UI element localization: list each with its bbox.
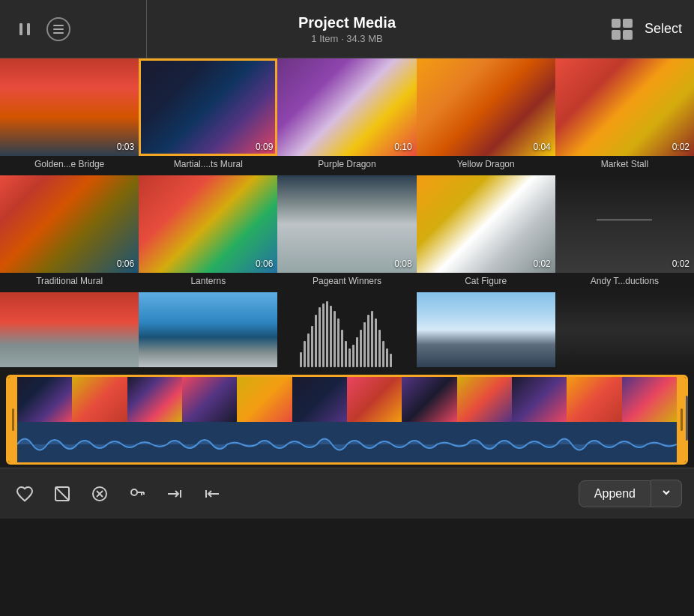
duration-badge: 0:04 xyxy=(533,142,550,152)
media-item-pageant-winners[interactable]: 0:08 Pageant Winners xyxy=(277,175,416,292)
svg-rect-12 xyxy=(337,318,340,367)
media-item-dark[interactable] xyxy=(555,292,694,367)
media-label: Golden...e Bridge xyxy=(0,156,139,175)
media-thumbnail: 0:08 xyxy=(277,175,416,273)
clip-button[interactable] xyxy=(124,481,150,507)
timeline-frame xyxy=(622,377,677,422)
start-trim-icon xyxy=(203,485,221,503)
media-label: Traditional Mural xyxy=(0,273,139,292)
timeline-area xyxy=(0,369,694,468)
duration-badge: 0:10 xyxy=(394,142,411,152)
favorite-button[interactable] xyxy=(12,481,37,507)
svg-rect-13 xyxy=(341,330,343,367)
media-item-aerial[interactable] xyxy=(139,292,277,367)
timeline-frame xyxy=(127,377,182,422)
toolbar-left xyxy=(12,481,225,507)
media-thumbnail xyxy=(417,292,555,367)
svg-rect-1 xyxy=(27,23,30,35)
svg-rect-16 xyxy=(352,345,354,367)
duration-badge: 0:06 xyxy=(117,259,134,269)
timeline-strip[interactable] xyxy=(6,375,688,465)
handle-grip-right xyxy=(681,408,683,431)
svg-rect-7 xyxy=(319,307,321,367)
svg-rect-3 xyxy=(304,341,306,367)
svg-rect-26 xyxy=(390,354,392,367)
media-thumbnail xyxy=(277,292,416,367)
duration-badge: 0:02 xyxy=(672,142,690,152)
svg-rect-10 xyxy=(330,306,332,367)
timeline-frame xyxy=(567,377,621,422)
header-subtitle: 1 Item · 34.3 MB xyxy=(298,33,396,44)
header-left xyxy=(12,16,70,42)
timeline-frame xyxy=(457,377,512,422)
timeline-handle-right[interactable] xyxy=(677,377,686,462)
media-label: Martial....ts Mural xyxy=(139,156,277,175)
duration-badge: 0:09 xyxy=(256,142,273,152)
duration-badge: 0:02 xyxy=(533,259,550,269)
pause-button[interactable] xyxy=(12,16,37,42)
media-item-traditional-mural[interactable]: 0:06 Traditional Mural xyxy=(0,175,139,292)
menu-button[interactable] xyxy=(46,17,70,41)
media-grid-row1: 0:03 Golden...e Bridge 0:09 Martial....t… xyxy=(0,58,694,175)
header-title: Project Media xyxy=(298,14,396,31)
grid-icon xyxy=(612,19,621,28)
media-thumbnail: 0:02 xyxy=(555,175,694,273)
media-item-lanterns[interactable]: 0:06 Lanterns xyxy=(139,175,277,292)
media-item-yellow-dragon[interactable]: 0:04 Yellow Dragon xyxy=(417,58,555,175)
svg-line-28 xyxy=(55,487,69,501)
media-thumbnail: 0:03 xyxy=(0,58,139,156)
media-grid-row2: 0:06 Traditional Mural 0:06 Lanterns 0:0… xyxy=(0,175,694,292)
media-thumbnail xyxy=(0,292,139,367)
media-label: Andy T...ductions xyxy=(555,273,694,292)
media-item-purple-dragon[interactable]: 0:10 Purple Dragon xyxy=(277,58,416,175)
svg-rect-11 xyxy=(334,311,336,367)
svg-point-32 xyxy=(131,489,137,495)
media-thumbnail: 0:06 xyxy=(139,175,277,273)
media-item-golden-bridge[interactable]: 0:03 Golden...e Bridge xyxy=(0,58,139,175)
svg-rect-6 xyxy=(315,315,317,367)
duration-badge: 0:02 xyxy=(672,259,690,269)
svg-rect-20 xyxy=(367,315,369,367)
sidebar-divider xyxy=(146,0,147,58)
media-thumbnail-selected: 0:09 xyxy=(139,58,277,156)
media-item-cat-figure[interactable]: 0:02 Cat Figure xyxy=(417,175,555,292)
timeline-frames xyxy=(8,377,686,422)
timeline-handle-left[interactable] xyxy=(8,377,17,462)
hide-button[interactable] xyxy=(49,481,75,507)
menu-icon xyxy=(53,25,64,34)
media-item-martial-mural[interactable]: 0:09 Martial....ts Mural xyxy=(139,58,277,175)
timeline-frame xyxy=(292,377,347,422)
timeline-frame xyxy=(512,377,567,422)
media-label: Lanterns xyxy=(139,273,277,292)
select-button[interactable]: Select xyxy=(645,21,682,37)
svg-rect-15 xyxy=(348,348,351,367)
svg-rect-22 xyxy=(375,318,377,367)
media-thumbnail xyxy=(555,292,694,367)
start-trim-button[interactable] xyxy=(199,481,225,507)
heart-icon xyxy=(16,485,34,503)
media-item-civic[interactable] xyxy=(417,292,555,367)
grid-icon xyxy=(612,30,621,40)
timeline-frame xyxy=(347,377,402,422)
delete-button[interactable] xyxy=(87,481,112,507)
svg-rect-5 xyxy=(311,326,313,367)
hide-icon xyxy=(53,485,71,503)
key-icon xyxy=(128,485,146,503)
media-item-market-stall[interactable]: 0:02 Market Stall xyxy=(555,58,694,175)
media-item-andy-productions[interactable]: 0:02 Andy T...ductions xyxy=(555,175,694,292)
bottom-toolbar: Append xyxy=(0,468,694,519)
timeline-frame xyxy=(72,377,127,422)
grid-view-button[interactable] xyxy=(612,19,633,40)
duration-badge: 0:08 xyxy=(394,259,411,269)
svg-rect-8 xyxy=(322,304,325,367)
media-item-waveform[interactable] xyxy=(277,292,416,367)
end-trim-button[interactable] xyxy=(162,481,187,507)
append-button[interactable]: Append xyxy=(579,480,651,507)
toolbar-right: Append xyxy=(579,480,682,507)
media-thumbnail: 0:10 xyxy=(277,58,416,156)
media-item-bridge2[interactable] xyxy=(0,292,139,367)
svg-rect-9 xyxy=(326,301,328,367)
media-label: Yellow Dragon xyxy=(417,156,555,175)
media-thumbnail: 0:02 xyxy=(555,58,694,156)
append-dropdown-button[interactable] xyxy=(651,480,682,507)
